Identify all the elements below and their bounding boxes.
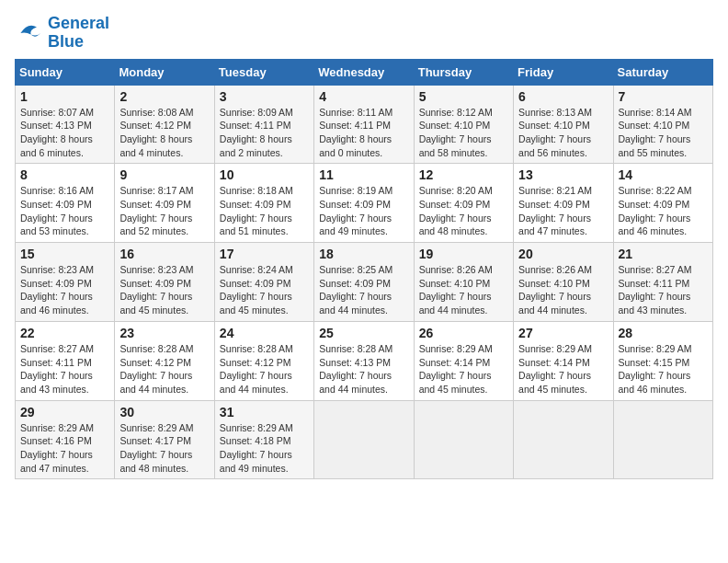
weekday-header: Thursday [414, 59, 513, 85]
day-info: Sunrise: 8:29 AMSunset: 4:16 PMDaylight:… [20, 422, 94, 474]
day-info: Sunrise: 8:27 AMSunset: 4:11 PMDaylight:… [619, 264, 692, 316]
calendar-cell: 4 Sunrise: 8:11 AMSunset: 4:11 PMDayligh… [314, 85, 414, 164]
calendar-cell: 23 Sunrise: 8:28 AMSunset: 4:12 PMDaylig… [115, 321, 214, 400]
calendar-cell [314, 400, 414, 479]
day-number: 8 [20, 167, 109, 182]
calendar-cell: 5 Sunrise: 8:12 AMSunset: 4:10 PMDayligh… [414, 85, 513, 164]
calendar-cell: 31 Sunrise: 8:29 AMSunset: 4:18 PMDaylig… [214, 400, 313, 479]
day-info: Sunrise: 8:26 AMSunset: 4:10 PMDaylight:… [419, 264, 493, 316]
day-info: Sunrise: 8:23 AMSunset: 4:09 PMDaylight:… [20, 264, 94, 316]
day-info: Sunrise: 8:29 AMSunset: 4:18 PMDaylight:… [220, 422, 293, 474]
day-number: 30 [119, 405, 209, 419]
day-info: Sunrise: 8:28 AMSunset: 4:12 PMDaylight:… [220, 343, 293, 395]
day-info: Sunrise: 8:17 AMSunset: 4:09 PMDaylight:… [119, 185, 193, 236]
calendar-cell: 17 Sunrise: 8:24 AMSunset: 4:09 PMDaylig… [214, 243, 313, 322]
calendar-week-row: 15 Sunrise: 8:23 AMSunset: 4:09 PMDaylig… [16, 243, 713, 322]
calendar-cell: 20 Sunrise: 8:26 AMSunset: 4:10 PMDaylig… [514, 243, 613, 322]
calendar-cell: 28 Sunrise: 8:29 AMSunset: 4:15 PMDaylig… [613, 321, 712, 400]
calendar-cell: 6 Sunrise: 8:13 AMSunset: 4:10 PMDayligh… [514, 85, 613, 164]
calendar-cell: 24 Sunrise: 8:28 AMSunset: 4:12 PMDaylig… [214, 321, 313, 400]
calendar-cell: 7 Sunrise: 8:14 AMSunset: 4:10 PMDayligh… [613, 85, 712, 164]
day-number: 2 [119, 89, 209, 104]
day-info: Sunrise: 8:29 AMSunset: 4:17 PMDaylight:… [119, 422, 193, 474]
day-number: 25 [319, 326, 408, 340]
calendar-cell: 27 Sunrise: 8:29 AMSunset: 4:14 PMDaylig… [514, 321, 613, 400]
day-info: Sunrise: 8:23 AMSunset: 4:09 PMDaylight:… [119, 264, 193, 316]
day-info: Sunrise: 8:12 AMSunset: 4:10 PMDaylight:… [419, 107, 493, 158]
day-info: Sunrise: 8:28 AMSunset: 4:12 PMDaylight:… [119, 343, 193, 395]
weekday-header: Monday [115, 59, 214, 85]
calendar-cell: 8 Sunrise: 8:16 AMSunset: 4:09 PMDayligh… [16, 164, 115, 243]
day-number: 27 [518, 326, 608, 340]
calendar-week-row: 8 Sunrise: 8:16 AMSunset: 4:09 PMDayligh… [16, 164, 713, 243]
calendar-cell [414, 400, 513, 479]
day-number: 11 [319, 167, 408, 182]
logo-icon [15, 18, 44, 48]
day-number: 15 [20, 247, 109, 261]
day-info: Sunrise: 8:25 AMSunset: 4:09 PMDaylight:… [319, 264, 392, 316]
day-info: Sunrise: 8:24 AMSunset: 4:09 PMDaylight:… [220, 264, 293, 316]
calendar-cell: 2 Sunrise: 8:08 AMSunset: 4:12 PMDayligh… [115, 85, 214, 164]
day-info: Sunrise: 8:28 AMSunset: 4:13 PMDaylight:… [319, 343, 392, 395]
day-info: Sunrise: 8:18 AMSunset: 4:09 PMDaylight:… [220, 185, 293, 236]
day-info: Sunrise: 8:19 AMSunset: 4:09 PMDaylight:… [319, 185, 392, 236]
calendar-cell: 1 Sunrise: 8:07 AMSunset: 4:13 PMDayligh… [16, 85, 115, 164]
weekday-header: Wednesday [314, 59, 414, 85]
calendar-cell: 26 Sunrise: 8:29 AMSunset: 4:14 PMDaylig… [414, 321, 513, 400]
calendar-cell: 25 Sunrise: 8:28 AMSunset: 4:13 PMDaylig… [314, 321, 414, 400]
calendar-cell: 29 Sunrise: 8:29 AMSunset: 4:16 PMDaylig… [16, 400, 115, 479]
day-number: 26 [419, 326, 508, 340]
calendar-week-row: 22 Sunrise: 8:27 AMSunset: 4:11 PMDaylig… [16, 321, 713, 400]
calendar-table: SundayMondayTuesdayWednesdayThursdayFrid… [15, 59, 713, 480]
day-number: 18 [319, 247, 408, 261]
day-number: 19 [419, 247, 508, 261]
day-info: Sunrise: 8:21 AMSunset: 4:09 PMDaylight:… [518, 185, 592, 236]
calendar-cell: 30 Sunrise: 8:29 AMSunset: 4:17 PMDaylig… [115, 400, 214, 479]
day-number: 24 [220, 326, 309, 340]
weekday-header: Sunday [16, 59, 115, 85]
weekday-header: Tuesday [214, 59, 313, 85]
calendar-cell: 14 Sunrise: 8:22 AMSunset: 4:09 PMDaylig… [613, 164, 712, 243]
day-info: Sunrise: 8:26 AMSunset: 4:10 PMDaylight:… [518, 264, 592, 316]
day-info: Sunrise: 8:09 AMSunset: 4:11 PMDaylight:… [220, 107, 293, 158]
day-number: 20 [518, 247, 608, 261]
day-number: 17 [220, 247, 309, 261]
day-number: 12 [419, 167, 508, 182]
day-info: Sunrise: 8:29 AMSunset: 4:14 PMDaylight:… [518, 343, 592, 395]
day-number: 22 [20, 326, 109, 340]
day-number: 21 [619, 247, 708, 261]
calendar-cell: 3 Sunrise: 8:09 AMSunset: 4:11 PMDayligh… [214, 85, 313, 164]
calendar-cell: 22 Sunrise: 8:27 AMSunset: 4:11 PMDaylig… [16, 321, 115, 400]
calendar-cell: 11 Sunrise: 8:19 AMSunset: 4:09 PMDaylig… [314, 164, 414, 243]
calendar-cell [613, 400, 712, 479]
day-info: Sunrise: 8:29 AMSunset: 4:15 PMDaylight:… [619, 343, 692, 395]
day-info: Sunrise: 8:13 AMSunset: 4:10 PMDaylight:… [518, 107, 592, 158]
day-number: 31 [220, 405, 309, 419]
day-number: 16 [119, 247, 209, 261]
calendar-cell: 18 Sunrise: 8:25 AMSunset: 4:09 PMDaylig… [314, 243, 414, 322]
logo-text: GeneralBlue [48, 15, 109, 52]
calendar-cell: 16 Sunrise: 8:23 AMSunset: 4:09 PMDaylig… [115, 243, 214, 322]
day-info: Sunrise: 8:27 AMSunset: 4:11 PMDaylight:… [20, 343, 94, 395]
day-info: Sunrise: 8:22 AMSunset: 4:09 PMDaylight:… [619, 185, 692, 236]
day-info: Sunrise: 8:29 AMSunset: 4:14 PMDaylight:… [419, 343, 493, 395]
calendar-cell: 15 Sunrise: 8:23 AMSunset: 4:09 PMDaylig… [16, 243, 115, 322]
day-info: Sunrise: 8:14 AMSunset: 4:10 PMDaylight:… [619, 107, 692, 158]
day-info: Sunrise: 8:20 AMSunset: 4:09 PMDaylight:… [419, 185, 493, 236]
day-info: Sunrise: 8:07 AMSunset: 4:13 PMDaylight:… [20, 107, 94, 158]
page-header: GeneralBlue [15, 15, 713, 52]
day-number: 10 [220, 167, 309, 182]
day-number: 4 [319, 89, 408, 104]
day-number: 3 [220, 89, 309, 104]
calendar-week-row: 1 Sunrise: 8:07 AMSunset: 4:13 PMDayligh… [16, 85, 713, 164]
day-number: 13 [518, 167, 608, 182]
weekday-header: Friday [514, 59, 613, 85]
day-number: 29 [20, 405, 109, 419]
weekday-header-row: SundayMondayTuesdayWednesdayThursdayFrid… [16, 59, 713, 85]
day-number: 6 [518, 89, 608, 104]
weekday-header: Saturday [613, 59, 712, 85]
day-info: Sunrise: 8:11 AMSunset: 4:11 PMDaylight:… [319, 107, 392, 158]
calendar-cell: 13 Sunrise: 8:21 AMSunset: 4:09 PMDaylig… [514, 164, 613, 243]
calendar-cell: 21 Sunrise: 8:27 AMSunset: 4:11 PMDaylig… [613, 243, 712, 322]
day-number: 9 [119, 167, 209, 182]
